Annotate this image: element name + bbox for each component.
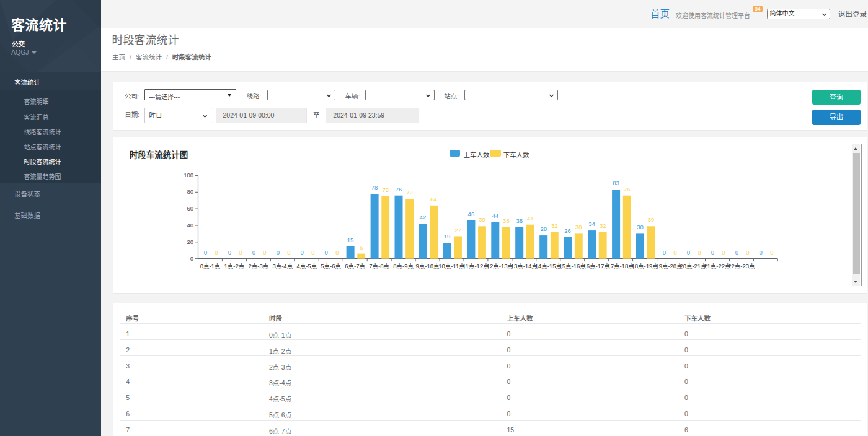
svg-text:72: 72 (406, 189, 413, 196)
svg-text:7点-8点: 7点-8点 (369, 263, 389, 269)
svg-text:2点-3点: 2点-3点 (248, 263, 268, 269)
svg-text:26: 26 (564, 227, 571, 234)
svg-text:0: 0 (311, 249, 314, 256)
svg-text:4点-5点: 4点-5点 (296, 263, 317, 269)
svg-text:30: 30 (637, 224, 644, 230)
svg-text:20: 20 (187, 238, 193, 245)
svg-text:40: 40 (187, 222, 193, 229)
svg-text:0: 0 (300, 249, 303, 256)
svg-text:38: 38 (503, 217, 510, 224)
svg-text:32: 32 (551, 222, 558, 229)
svg-text:12点-13点: 12点-13点 (487, 263, 514, 269)
svg-text:19点-20点: 19点-20点 (655, 263, 683, 269)
svg-text:10点-11点: 10点-11点 (438, 263, 465, 269)
svg-text:0: 0 (722, 249, 725, 256)
svg-text:6点-7点: 6点-7点 (345, 263, 365, 269)
svg-text:0: 0 (252, 249, 255, 256)
svg-text:0: 0 (190, 255, 193, 262)
svg-text:15点-16点: 15点-16点 (559, 263, 586, 269)
svg-text:22点-23点: 22点-23点 (728, 263, 755, 269)
svg-text:34: 34 (588, 220, 595, 227)
svg-text:3点-4点: 3点-4点 (272, 263, 293, 269)
svg-text:0: 0 (770, 249, 773, 256)
svg-text:46: 46 (467, 211, 474, 217)
svg-text:76: 76 (396, 186, 402, 193)
svg-text:6: 6 (360, 244, 363, 251)
svg-text:60: 60 (187, 205, 193, 212)
svg-text:64: 64 (430, 196, 437, 203)
svg-text:0: 0 (335, 249, 339, 256)
svg-text:0: 0 (698, 249, 701, 256)
svg-text:0: 0 (204, 249, 207, 256)
svg-text:80: 80 (187, 188, 193, 195)
svg-text:0: 0 (239, 249, 242, 256)
svg-text:0: 0 (711, 249, 714, 256)
svg-text:39: 39 (479, 216, 485, 223)
svg-text:100: 100 (184, 172, 193, 178)
svg-text:21点-22点: 21点-22点 (704, 263, 731, 269)
svg-text:78: 78 (371, 184, 378, 191)
svg-text:20点-21点: 20点-21点 (680, 263, 707, 269)
svg-text:27: 27 (454, 227, 461, 233)
svg-text:28: 28 (540, 225, 547, 232)
svg-text:41: 41 (527, 215, 534, 222)
svg-text:17点-18点: 17点-18点 (607, 263, 634, 269)
svg-text:0: 0 (287, 249, 290, 256)
svg-text:0: 0 (228, 249, 231, 256)
svg-text:19: 19 (443, 233, 450, 240)
svg-text:13点-14点: 13点-14点 (510, 263, 538, 269)
svg-text:0: 0 (324, 249, 327, 256)
svg-text:8点-9点: 8点-9点 (393, 263, 414, 269)
svg-text:76: 76 (624, 186, 631, 193)
svg-text:39: 39 (648, 216, 655, 223)
svg-text:9点-10点: 9点-10点 (415, 263, 440, 269)
svg-text:0: 0 (759, 249, 762, 256)
svg-text:0: 0 (215, 249, 218, 256)
svg-text:75: 75 (382, 186, 389, 193)
svg-text:0: 0 (746, 249, 749, 256)
svg-text:83: 83 (613, 180, 619, 186)
svg-text:38: 38 (516, 217, 523, 224)
svg-text:18点-19点: 18点-19点 (631, 263, 658, 269)
svg-text:44: 44 (492, 212, 498, 219)
svg-text:0点-1点: 0点-1点 (200, 263, 220, 269)
svg-text:42: 42 (419, 214, 426, 220)
svg-text:14点-15点: 14点-15点 (534, 263, 562, 269)
svg-text:11点-12点: 11点-12点 (463, 263, 489, 269)
svg-text:0: 0 (673, 249, 676, 256)
svg-text:30: 30 (575, 224, 582, 230)
svg-text:32: 32 (600, 222, 606, 229)
svg-text:16点-17点: 16点-17点 (583, 263, 610, 269)
svg-text:0: 0 (263, 249, 266, 256)
svg-text:5点-6点: 5点-6点 (321, 263, 341, 269)
svg-text:15: 15 (347, 237, 354, 243)
svg-text:0: 0 (687, 249, 690, 256)
svg-text:1点-2点: 1点-2点 (224, 263, 244, 269)
svg-text:0: 0 (276, 249, 279, 256)
svg-text:0: 0 (663, 249, 666, 256)
svg-text:0: 0 (735, 249, 738, 256)
